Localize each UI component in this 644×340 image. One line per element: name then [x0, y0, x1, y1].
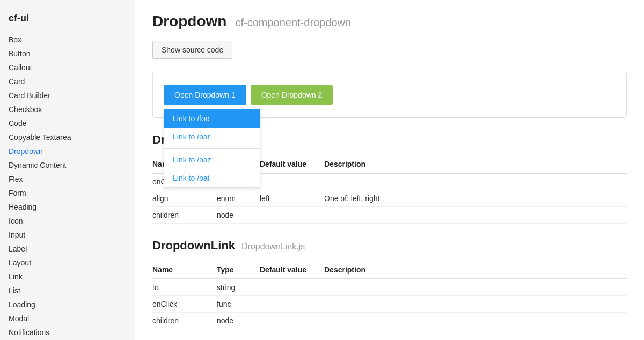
section2-subtitle: DropdownLink.js: [241, 242, 305, 252]
sidebar-item-label[interactable]: Label: [0, 242, 135, 256]
sidebar-item-form[interactable]: Form: [0, 186, 135, 200]
sidebar: cf-ui BoxButtonCalloutCardCard BuilderCh…: [0, 0, 135, 340]
table-row: children node: [152, 207, 627, 224]
sidebar-item-button[interactable]: Button: [0, 47, 135, 61]
sidebar-item-copyable-textarea[interactable]: Copyable Textarea: [0, 130, 135, 144]
sidebar-item-icon[interactable]: Icon: [0, 214, 135, 228]
sidebar-item-checkbox[interactable]: Checkbox: [0, 102, 135, 116]
prop-default: [260, 279, 324, 296]
section2-header: DropdownLink DropdownLink.js: [152, 239, 627, 253]
prop-name: children: [152, 207, 217, 224]
main-content: Dropdown cf-component-dropdown Show sour…: [135, 0, 644, 340]
prop-default: [260, 173, 324, 190]
open-dropdown-2-button[interactable]: Open Dropdown 2: [251, 85, 333, 105]
prop-description: [324, 279, 627, 296]
section2-tbody: to string onClick func children node: [152, 279, 627, 329]
section2-title: DropdownLink: [152, 239, 235, 253]
prop-type: node: [217, 313, 260, 329]
dropdown-divider: [164, 148, 260, 149]
prop-description: [324, 313, 627, 329]
sidebar-item-flex[interactable]: Flex: [0, 172, 135, 186]
prop-name: onClick: [152, 296, 217, 313]
sidebar-item-modal[interactable]: Modal: [0, 312, 135, 326]
page-title: Dropdown: [152, 13, 226, 30]
dropdown-item-0[interactable]: Link to /foo: [164, 109, 260, 128]
prop-type: func: [217, 296, 260, 313]
sidebar-nav: BoxButtonCalloutCardCard BuilderCheckbox…: [0, 33, 135, 339]
sidebar-item-dynamic-content[interactable]: Dynamic Content: [0, 158, 135, 172]
col-header-desc: Description: [324, 156, 627, 173]
prop-default: [260, 207, 324, 224]
show-source-button[interactable]: Show source code: [152, 41, 232, 59]
sidebar-item-heading[interactable]: Heading: [0, 200, 135, 214]
sidebar-item-notifications[interactable]: Notifications: [0, 326, 135, 339]
col-header-default: Default value: [260, 156, 324, 173]
prop-description: [324, 296, 627, 313]
table-row: to string: [152, 279, 627, 296]
page-subtitle: cf-component-dropdown: [235, 17, 351, 29]
prop-default: [260, 296, 324, 313]
table-row: align enum left One of: left, right: [152, 190, 627, 207]
sidebar-item-input[interactable]: Input: [0, 228, 135, 242]
col-header-name2: Name: [152, 261, 217, 279]
prop-type: string: [217, 279, 260, 296]
sidebar-item-link[interactable]: Link: [0, 270, 135, 284]
col-header-default2: Default value: [260, 261, 324, 279]
sidebar-item-card[interactable]: Card: [0, 75, 135, 88]
dropdown-item-1[interactable]: Link to /bar: [164, 128, 260, 146]
prop-type: enum: [217, 190, 260, 207]
sidebar-item-dropdown[interactable]: Dropdown: [0, 144, 135, 158]
sidebar-item-card-builder[interactable]: Card Builder: [0, 88, 135, 102]
sidebar-item-callout[interactable]: Callout: [0, 61, 135, 75]
table-row: onClick func: [152, 296, 627, 313]
sidebar-item-box[interactable]: Box: [0, 33, 135, 47]
dropdown-menu: Link to /fooLink to /barLink to /bazLink…: [164, 109, 260, 188]
prop-type: node: [217, 207, 260, 224]
open-dropdown-1-button[interactable]: Open Dropdown 1: [164, 85, 246, 105]
prop-name: align: [152, 190, 217, 207]
sidebar-item-code[interactable]: Code: [0, 116, 135, 130]
prop-description: [324, 207, 627, 224]
sidebar-title: cf-ui: [0, 9, 135, 33]
col-header-desc2: Description: [324, 261, 627, 279]
prop-description: [324, 173, 627, 190]
prop-default: [260, 313, 324, 329]
sidebar-item-list[interactable]: List: [0, 284, 135, 298]
section2-table: Name Type Default value Description to s…: [152, 261, 627, 329]
dropdown-items-container: Link to /fooLink to /barLink to /bazLink…: [164, 109, 260, 187]
table-row: children node: [152, 313, 627, 329]
prop-description: One of: left, right: [324, 190, 627, 207]
demo-buttons: Open Dropdown 1 Open Dropdown 2: [164, 85, 616, 105]
col-header-type2: Type: [217, 261, 260, 279]
dropdown-item-3[interactable]: Link to /bat: [164, 169, 260, 187]
sidebar-item-loading[interactable]: Loading: [0, 298, 135, 312]
sidebar-item-layout[interactable]: Layout: [0, 256, 135, 270]
dropdown-item-2[interactable]: Link to /baz: [164, 151, 260, 169]
demo-box: Open Dropdown 1 Open Dropdown 2 Link to …: [152, 72, 627, 118]
prop-default: left: [260, 190, 324, 207]
prop-name: children: [152, 313, 217, 329]
page-header: Dropdown cf-component-dropdown: [152, 13, 627, 30]
prop-name: to: [152, 279, 217, 296]
